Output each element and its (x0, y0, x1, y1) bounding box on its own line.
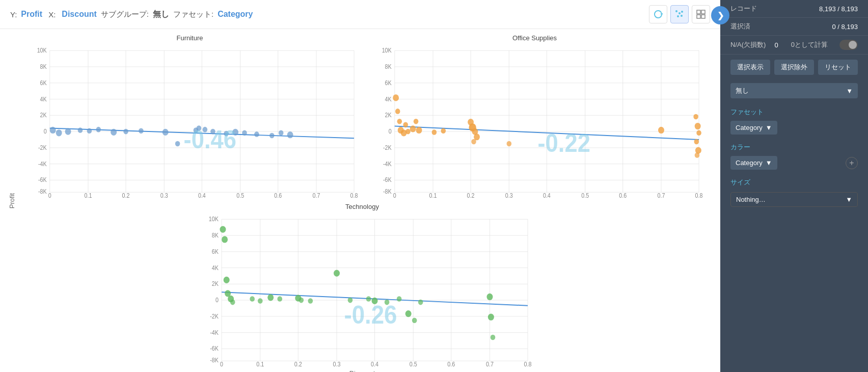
selected-label: 選択済 (730, 22, 750, 31)
svg-text:-6K: -6K (383, 177, 392, 183)
svg-point-116 (405, 129, 411, 135)
svg-point-131 (696, 130, 701, 136)
svg-text:4K: 4K (211, 264, 219, 271)
subgroup-value: 無し (153, 9, 169, 20)
svg-point-53 (96, 127, 101, 132)
na-toggle-knob (849, 41, 857, 49)
svg-point-50 (65, 128, 71, 135)
size-dropdown-row: Nothing… ▼ (720, 189, 868, 210)
svg-point-51 (78, 127, 83, 133)
svg-point-129 (693, 114, 698, 120)
y-value: Profit (21, 10, 42, 19)
sidebar-toggle-button[interactable]: ❯ (711, 6, 729, 24)
svg-text:0.7: 0.7 (485, 361, 493, 367)
action-buttons: 選択表示 選択除外 リセット (720, 55, 868, 80)
svg-point-0 (675, 10, 677, 12)
na-count: 0 (774, 41, 778, 49)
svg-point-110 (393, 94, 399, 101)
svg-text:0.2: 0.2 (467, 192, 475, 199)
color-add-button[interactable]: + (846, 157, 858, 169)
svg-point-4 (681, 15, 683, 17)
svg-text:6K: 6K (385, 79, 392, 86)
size-dropdown[interactable]: Nothing… ▼ (730, 192, 858, 207)
facet-dropdown[interactable]: Category ▼ (730, 121, 777, 135)
svg-text:-6K: -6K (210, 345, 219, 352)
color-section-title: カラー (720, 137, 868, 154)
svg-point-128 (658, 127, 664, 134)
color-chevron-icon: ▼ (766, 159, 772, 167)
size-section-title: サイズ (720, 172, 868, 189)
svg-point-199 (490, 334, 495, 340)
refresh-button[interactable] (649, 5, 667, 23)
svg-point-130 (695, 123, 701, 129)
show-selection-button[interactable]: 選択表示 (730, 60, 770, 75)
svg-text:0.1: 0.1 (85, 192, 92, 199)
size-chevron-icon: ▼ (846, 196, 852, 203)
svg-text:0.8: 0.8 (695, 192, 703, 199)
refresh-icon (653, 9, 663, 19)
svg-text:0.6: 0.6 (274, 192, 282, 199)
svg-point-1 (679, 12, 681, 14)
svg-point-181 (250, 296, 255, 302)
svg-text:0: 0 (44, 128, 47, 135)
svg-point-112 (397, 119, 402, 124)
facet-value: Category (218, 10, 253, 19)
svg-point-56 (139, 128, 144, 134)
svg-text:-2K: -2K (383, 144, 392, 151)
svg-text:-2K: -2K (210, 313, 219, 320)
record-row: レコード 8,193 / 8,193 (720, 0, 868, 18)
svg-text:2K: 2K (385, 112, 392, 119)
svg-point-120 (432, 129, 437, 135)
grid-icon (696, 9, 706, 19)
svg-point-65 (242, 130, 247, 136)
svg-text:0.3: 0.3 (160, 192, 168, 199)
svg-point-197 (486, 293, 493, 300)
facet-category-row: Category ▼ (720, 119, 868, 137)
scatter-button[interactable] (670, 5, 689, 23)
svg-text:-6K: -6K (38, 177, 47, 183)
svg-point-196 (418, 299, 423, 305)
reset-button[interactable]: リセット (818, 60, 858, 75)
facet-section-title: ファセット (720, 101, 868, 119)
svg-point-186 (299, 297, 304, 303)
subgroup-label: サブグループ: (101, 10, 149, 19)
svg-point-180 (230, 299, 235, 305)
svg-point-55 (123, 129, 128, 135)
grid-button[interactable] (692, 5, 710, 23)
furniture-title: Furniture (19, 34, 360, 42)
color-dropdown[interactable]: Category ▼ (730, 156, 777, 170)
svg-point-176 (222, 236, 228, 243)
svg-text:6K: 6K (40, 79, 47, 86)
svg-text:-4K: -4K (210, 329, 219, 336)
office-supplies-chart: Office Supplies (364, 34, 705, 199)
svg-point-52 (87, 128, 92, 134)
svg-point-118 (414, 119, 419, 124)
svg-text:0.3: 0.3 (505, 192, 513, 199)
scatter-icon (674, 9, 685, 19)
svg-text:-8K: -8K (38, 188, 47, 195)
svg-rect-6 (701, 10, 705, 14)
svg-point-49 (56, 129, 62, 136)
svg-point-115 (403, 122, 408, 128)
svg-text:0.8: 0.8 (350, 192, 358, 199)
exclude-selection-button[interactable]: 選択除外 (774, 60, 814, 75)
nashi-dropdown[interactable]: 無し ▼ (730, 83, 858, 98)
svg-point-121 (441, 128, 446, 134)
svg-text:0.3: 0.3 (333, 361, 340, 367)
toolbar: Y: Profit X: Discount サブグループ: 無し ファセット: … (0, 0, 720, 29)
sidebar: レコード 8,193 / 8,193 選択済 0 / 8,193 N/A(欠損数… (720, 0, 868, 372)
svg-point-58 (175, 141, 180, 147)
svg-text:-2K: -2K (38, 144, 47, 151)
svg-text:-8K: -8K (383, 188, 392, 195)
svg-point-177 (223, 276, 229, 283)
svg-text:10K: 10K (382, 47, 392, 54)
svg-point-126 (471, 139, 476, 145)
svg-text:0: 0 (48, 192, 51, 199)
svg-text:10K: 10K (208, 216, 219, 222)
na-toggle-switch[interactable] (839, 40, 858, 50)
svg-rect-8 (701, 15, 705, 18)
svg-text:8K: 8K (385, 63, 392, 70)
selected-row: 選択済 0 / 8,193 (720, 18, 868, 36)
na-calc-label: 0として計算 (791, 40, 828, 49)
svg-text:0.7: 0.7 (658, 192, 665, 199)
